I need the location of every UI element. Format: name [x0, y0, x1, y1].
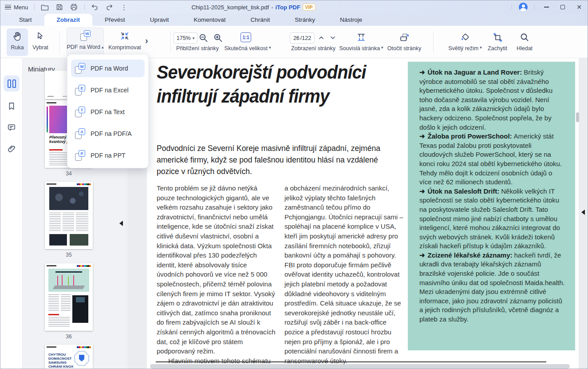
hand-tool-button[interactable]: Ruka: [7, 28, 28, 56]
hand-icon: [12, 28, 23, 44]
hamburger-icon: [5, 5, 11, 10]
horizontal-scrollbar[interactable]: [150, 364, 570, 369]
app-window: Menu ⋮ Chip11-2025_komplet_tisk.pdf: [0, 0, 588, 369]
zoom-group-label: Přiblížení stránky: [169, 45, 226, 52]
undo-button[interactable]: [91, 3, 99, 12]
document-filename: Chip11-2025_komplet_tisk.pdf: [191, 4, 269, 11]
more-options-button[interactable]: ⋮: [120, 3, 129, 12]
close-button[interactable]: ✕: [574, 2, 584, 12]
more-tools-chevron[interactable]: ›: [145, 36, 148, 46]
zoom-level-select[interactable]: 175% ▾: [174, 32, 197, 44]
pdf-to-word-icon: W: [75, 63, 85, 74]
pdf-to-ppt-icon: P: [75, 150, 85, 161]
capture-button[interactable]: [492, 32, 503, 43]
pdf-to-word-icon: W: [80, 28, 91, 43]
news-item: ➜Útok na Jaguar a Land Rover:Britský výr…: [419, 68, 566, 132]
arrow-bullet-icon: ➜: [419, 68, 425, 76]
tab-stranky[interactable]: Stránky: [282, 14, 328, 26]
attachments-panel-button[interactable]: [4, 141, 20, 157]
current-page: 26: [293, 35, 300, 41]
page-label-36: 36: [45, 333, 93, 340]
comment-icon: [7, 123, 16, 132]
menu-item-pdf-to-word[interactable]: W PDF na Word: [71, 60, 145, 77]
minimize-button[interactable]: [541, 2, 551, 12]
redo-button[interactable]: [105, 3, 114, 12]
vertical-scrollbar[interactable]: [576, 112, 579, 122]
window-title: Chip11-2025_komplet_tisk.pdf - iTop PDF …: [169, 0, 338, 14]
arrow-bullet-icon: ➜: [419, 251, 425, 259]
tab-upravit[interactable]: Upravit: [138, 14, 182, 26]
pdf-to-excel-icon: E: [75, 85, 85, 95]
page-thumbnail-36[interactable]: [45, 263, 93, 331]
news-item: ➜Žaloba proti PowerSchool:Americký stát …: [419, 132, 566, 187]
vip-badge[interactable]: VIP: [303, 4, 316, 11]
thumbnails-panel-button[interactable]: [4, 75, 20, 91]
page-label-34: 34: [45, 171, 93, 177]
sidebar-icon-rail: [0, 58, 23, 369]
user-avatar[interactable]: [519, 3, 528, 12]
previous-page-button[interactable]: [318, 35, 324, 41]
bookmarks-panel-button[interactable]: [4, 98, 20, 114]
select-cursor-icon: [36, 28, 45, 44]
compress-icon: [120, 28, 130, 44]
divider: [84, 4, 85, 10]
tab-start[interactable]: Start: [7, 14, 44, 26]
actual-size-label[interactable]: Skutečná velikost▾: [218, 45, 277, 52]
divider: [433, 31, 434, 53]
divider: [512, 4, 512, 10]
actual-size-icon: 1:1: [241, 32, 251, 42]
document-view: Severokorejští podvodníci infiltrují záp…: [127, 58, 588, 369]
menu-item-pdf-to-pdfa[interactable]: A PDF na PDF/A: [71, 125, 145, 143]
compress-button[interactable]: Komprimovat: [106, 28, 144, 56]
menu-button[interactable]: Menu: [5, 4, 28, 11]
divider: [59, 31, 60, 53]
divider: [534, 4, 535, 10]
pdf-to-text-icon: T: [75, 107, 85, 117]
comments-panel-button[interactable]: [4, 119, 20, 135]
news-sidebar-box: ➜Útok na Jaguar a Land Rover:Britský výr…: [408, 62, 575, 350]
menu-item-pdf-to-ppt[interactable]: P PDF na PPT: [71, 147, 145, 164]
open-file-button[interactable]: [40, 3, 49, 12]
pdf-to-word-button[interactable]: W PDF na Word▴: [67, 28, 104, 57]
rotate-pages-label: Otočit stránky: [377, 45, 432, 52]
title-bar: Menu ⋮ Chip11-2025_komplet_tisk.pdf: [0, 0, 588, 14]
save-button[interactable]: [55, 3, 64, 12]
pdf-page[interactable]: Severokorejští podvodníci infiltrují záp…: [147, 58, 579, 369]
menu-label: Menu: [14, 4, 28, 11]
zoom-out-button[interactable]: [198, 33, 209, 44]
continuous-page-button[interactable]: [356, 32, 367, 43]
page-thumbnail-35[interactable]: [45, 182, 93, 249]
caret-down-icon: ▾: [193, 36, 195, 40]
tab-chranit[interactable]: Chránit: [238, 14, 283, 26]
thumb35-image: [49, 187, 88, 210]
article-perex: Podvodníci ze Severní Koreje masivně inf…: [157, 143, 391, 177]
tab-nastroje[interactable]: Nástroje: [328, 14, 375, 26]
bookmark-icon: [7, 101, 16, 111]
thumb36-device-photo: [72, 295, 88, 323]
page-thumbnail-partial-bottom[interactable]: CHYTROU DOMÁCNOST SAMSUNG CHRÁNÍ KNOX: [45, 345, 93, 369]
menu-item-pdf-to-text[interactable]: T PDF na Text: [71, 103, 145, 121]
tab-prevest[interactable]: Převést: [92, 14, 138, 26]
tab-komentovat[interactable]: Komentovat: [182, 14, 238, 26]
select-tool-button[interactable]: Vybrat: [29, 28, 52, 56]
page-number-input[interactable]: 26 /122: [290, 32, 315, 44]
article-column-2: a obcházení mezinárodních sankcí, jeliko…: [284, 183, 403, 365]
pdf-to-pdfa-icon: A: [75, 128, 85, 139]
tab-zobrazit[interactable]: Zobrazit: [44, 14, 93, 26]
menu-item-pdf-to-excel[interactable]: E PDF na Excel: [71, 81, 145, 99]
rotate-pages-button[interactable]: [399, 32, 410, 43]
actual-size-button[interactable]: 1:1: [241, 32, 251, 42]
light-mode-button[interactable]: [460, 32, 470, 43]
collapse-right-panel-arrow[interactable]: [581, 210, 585, 215]
zoom-in-button[interactable]: [213, 33, 224, 44]
app-name: iTop PDF: [275, 4, 300, 11]
next-page-button[interactable]: [330, 35, 336, 41]
print-button[interactable]: [70, 3, 79, 12]
caret-down-icon: ▾: [269, 45, 271, 52]
maximize-button[interactable]: [558, 2, 568, 12]
arrow-bullet-icon: ➜: [419, 132, 425, 140]
thumb36-infographic: [48, 269, 89, 292]
search-button[interactable]: [519, 32, 530, 43]
page-footer-rule: [156, 361, 546, 362]
collapse-sidebar-arrow[interactable]: [119, 221, 123, 226]
